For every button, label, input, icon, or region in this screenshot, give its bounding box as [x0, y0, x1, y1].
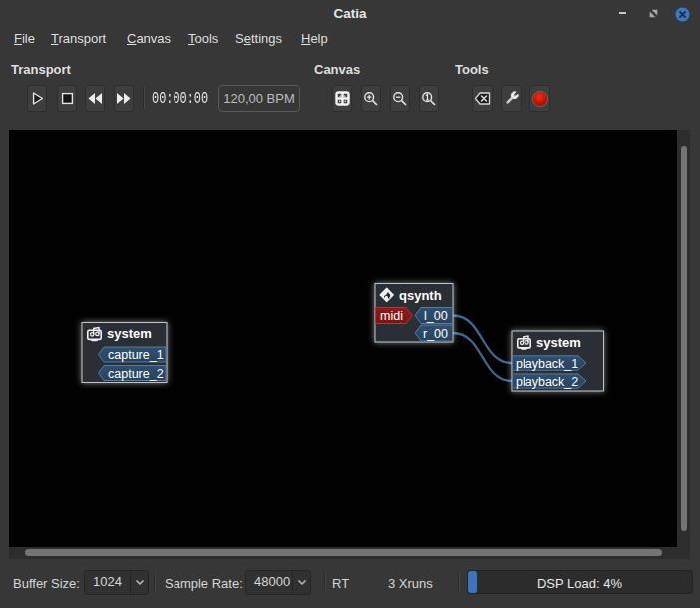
svg-text:qsynth: qsynth	[399, 288, 442, 303]
svg-text:playback_2: playback_2	[516, 375, 578, 389]
svg-text:system: system	[107, 326, 152, 341]
svg-text:system: system	[536, 335, 581, 350]
svg-text:l_00: l_00	[424, 309, 448, 323]
svg-text:playback_1: playback_1	[516, 357, 578, 371]
svg-text:midi: midi	[380, 309, 403, 323]
svg-text:r_00: r_00	[423, 327, 448, 341]
svg-text:capture_2: capture_2	[108, 367, 164, 381]
svg-text:capture_1: capture_1	[108, 348, 164, 362]
